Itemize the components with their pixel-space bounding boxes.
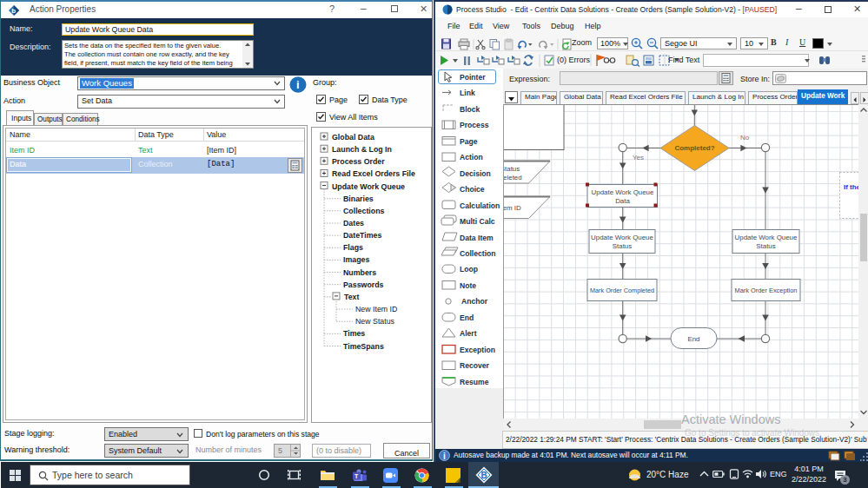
svg-text:Update Work Queue: Update Work Queue [735,233,798,241]
svg-text:Resume: Resume [460,378,489,386]
svg-text:Status: Status [503,165,520,173]
svg-text:Launch & Log In: Launch & Log In [332,145,392,154]
svg-text:No: No [740,134,750,142]
svg-text:TimeSpans: TimeSpans [343,342,384,351]
svg-text:Status: Status [756,242,775,250]
svg-text:Completed?: Completed? [674,144,714,152]
svg-text:Choice: Choice [460,185,485,194]
svg-text:Item ID: Item ID [503,204,521,212]
svg-text:Update Work Queue: Update Work Queue [592,188,654,195]
svg-text:End: End [687,334,699,342]
svg-text:Collections: Collections [343,207,385,215]
svg-text:Recover: Recover [460,361,490,370]
svg-text:Action: Action [460,153,483,162]
svg-text:Decision: Decision [460,169,491,178]
svg-text:Mark Order Completed: Mark Order Completed [590,287,654,294]
svg-text:B: B [481,471,487,480]
svg-text:i: i [443,451,446,460]
svg-text:New Item ID: New Item ID [355,305,397,313]
svg-text:Block: Block [460,105,480,114]
svg-text:Mark Order Exception: Mark Order Exception [735,287,798,294]
svg-text:Deleted: Deleted [503,174,522,181]
svg-text:b: b [11,7,16,15]
svg-text:Read Excel Orders File: Read Excel Orders File [332,169,415,178]
svg-text:Numbers: Numbers [343,268,376,277]
svg-text:i: i [296,78,300,91]
svg-text:Data Item: Data Item [460,234,494,242]
svg-text:Anchor: Anchor [461,297,488,306]
svg-text:Exception: Exception [460,346,495,354]
svg-text:Process Order: Process Order [332,157,385,166]
svg-text:Data: Data [615,197,630,205]
svg-text:Alert: Alert [460,329,477,338]
svg-text:If the: If the [844,183,858,191]
svg-text:DateTimes: DateTimes [343,231,381,240]
svg-text:Yes: Yes [633,153,644,161]
svg-text:Dates: Dates [343,219,364,228]
svg-text:End: End [460,313,474,322]
svg-text:Global Data: Global Data [332,133,374,142]
svg-text:Update Work Queue: Update Work Queue [332,182,405,191]
svg-text:Link: Link [460,89,475,97]
svg-text:Text: Text [344,293,360,301]
svg-text:Binaries: Binaries [343,195,374,203]
svg-text:Times: Times [343,329,365,338]
svg-text:Update Work Queue: Update Work Queue [591,233,653,241]
svg-text:New Status: New Status [355,317,395,326]
svg-text:T: T [354,473,359,479]
svg-text:Calculation: Calculation [460,201,500,210]
svg-text:Note: Note [460,281,476,290]
svg-text:Flags: Flags [343,243,363,252]
svg-text:Page: Page [460,137,478,146]
svg-text:Passwords: Passwords [343,280,384,289]
svg-text:Status: Status [613,242,632,250]
svg-text:Collection: Collection [460,249,496,258]
svg-text:Images: Images [343,255,369,264]
svg-text:Loop: Loop [460,265,478,274]
svg-text:Multi Calc: Multi Calc [460,217,495,226]
svg-text:Pointer: Pointer [460,73,486,82]
svg-text:Process: Process [460,121,489,129]
